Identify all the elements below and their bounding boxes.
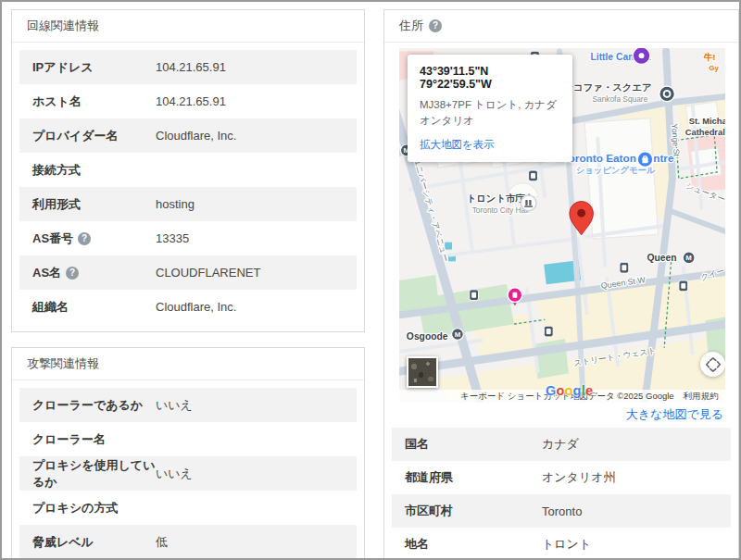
- attack-info-panel-title: 攻撃関連情報: [12, 348, 364, 380]
- row-value: 13335: [156, 231, 344, 245]
- row-value: Cloudflare, Inc.: [156, 300, 344, 314]
- metro-icon: M: [683, 252, 695, 264]
- enlarge-map-link[interactable]: 拡大地図を表示: [420, 138, 560, 152]
- row-value: オンタリオ州: [542, 469, 718, 486]
- table-row: 利用形式 hosting: [19, 187, 357, 221]
- city-hall-icon[interactable]: [521, 195, 536, 211]
- table-row: 都道府県 オンタリオ州: [392, 461, 731, 494]
- table-row: IPアドレス 104.21.65.91: [19, 50, 357, 84]
- row-label: プロバイダー名: [32, 128, 156, 144]
- view-larger-map-link[interactable]: 大きな地図で見る: [626, 407, 723, 421]
- line-info-panel-title: 回線関連情報: [12, 10, 364, 43]
- table-row: クローラーであるか いいえ: [19, 388, 357, 422]
- row-value: いいえ: [156, 397, 344, 414]
- poi-label-st-michaels-2: Cathedral Basilica: [685, 128, 725, 137]
- row-value: トロント: [542, 536, 718, 553]
- little-canada-icon[interactable]: [633, 48, 650, 64]
- right-column: 住所 ?: [383, 9, 739, 560]
- row-label: 国名: [405, 436, 542, 453]
- station-label-queen[interactable]: Queen: [647, 253, 676, 263]
- poi-label-sankofa-en: Sankofa Square: [592, 94, 647, 104]
- row-value: CLOUDFLARENET: [156, 266, 344, 280]
- row-label: クローラー名: [32, 431, 156, 448]
- poi-label-gyu: 牛!: [703, 52, 715, 62]
- table-row: クローラー名: [19, 422, 357, 456]
- table-row: 脅威レベル 低: [19, 525, 357, 559]
- help-icon[interactable]: ?: [429, 19, 442, 32]
- satellite-view-toggle[interactable]: [407, 356, 438, 388]
- table-row: 市区町村 Toronto: [392, 494, 731, 528]
- row-label: IPアドレス: [32, 59, 156, 76]
- table-row: 国名 カナダ: [392, 428, 731, 461]
- row-label: 利用形式: [32, 196, 156, 213]
- plus-code-address: MJ38+7PF トロント, カナダ オンタリオ: [420, 97, 560, 128]
- row-label: クローラーであるか: [32, 397, 156, 414]
- table-row: ホスト名 104.21.65.91: [19, 84, 357, 118]
- table-row: 組織名 Cloudflare, Inc.: [19, 290, 357, 324]
- table-row: AS番号 ? 13335: [19, 221, 357, 255]
- line-info-panel: 回線関連情報 IPアドレス 104.21.65.91 ホスト名 104.21.6…: [11, 9, 365, 332]
- line-info-table: IPアドレス 104.21.65.91 ホスト名 104.21.65.91 プロ…: [12, 43, 364, 331]
- sankofa-square-icon[interactable]: [659, 86, 675, 102]
- table-row: プロキシを使用しているか いいえ: [19, 456, 357, 491]
- poi-label-gyu-sub: Gy: [709, 64, 719, 72]
- google-map[interactable]: Dundas St W ユニバーシティ・アベニュー Yonge St Queen…: [399, 48, 725, 403]
- row-value: 104.21.65.91: [156, 94, 344, 108]
- poi-label-city-hall-en: Toronto City Hall: [472, 205, 529, 215]
- table-row: 地名 トロント: [392, 528, 731, 560]
- row-label: 地名: [405, 536, 542, 553]
- coordinates-text: 43°39'11.5"N 79°22'59.5"W: [420, 65, 560, 91]
- row-value: Cloudflare, Inc.: [156, 129, 344, 143]
- fullscreen-arrows-icon: [706, 357, 721, 372]
- row-value: 低: [156, 534, 344, 551]
- map-info-window: 43°39'11.5"N 79°22'59.5"W MJ38+7PF トロント,…: [408, 55, 572, 162]
- address-table: 国名 カナダ 都道府県 オンタリオ州 市区町村 Toronto 地名 トロント: [384, 425, 738, 560]
- eaton-centre-icon[interactable]: [637, 152, 653, 168]
- poi-label-st-michaels-1: St. Michael's: [689, 117, 725, 126]
- left-column: 回線関連情報 IPアドレス 104.21.65.91 ホスト名 104.21.6…: [11, 9, 365, 560]
- row-label: 都道府県: [405, 469, 542, 486]
- attack-info-table: クローラーであるか いいえ クローラー名 プロキシを使用しているか いいえ プロ…: [12, 380, 364, 560]
- row-label: 組織名: [32, 299, 156, 316]
- metro-icon: M: [452, 329, 464, 341]
- row-label: ホスト名: [32, 93, 156, 110]
- row-label: AS番号 ?: [32, 230, 156, 247]
- row-label: 市区町村: [405, 503, 542, 519]
- row-value: いいえ: [156, 466, 344, 482]
- table-row: プロバイダー名 Cloudflare, Inc.: [19, 118, 357, 153]
- table-row: AS名 ? CLOUDFLARENET: [19, 255, 357, 290]
- fullscreen-button[interactable]: [700, 352, 725, 377]
- google-logo[interactable]: Google: [546, 383, 593, 398]
- help-icon[interactable]: ?: [78, 232, 91, 245]
- row-value: Toronto: [542, 504, 718, 518]
- row-label: AS名 ?: [32, 265, 156, 281]
- table-row: 接続方式: [19, 153, 357, 187]
- row-value: hosting: [156, 197, 344, 211]
- terms-link[interactable]: 利用規約: [684, 391, 719, 403]
- station-label-osgoode[interactable]: Osgoode: [407, 331, 448, 342]
- row-label: 接続方式: [32, 162, 156, 179]
- help-icon[interactable]: ?: [66, 267, 79, 280]
- ip-lookup-page: { "panels": { "line": { "title": "回線関連情報…: [0, 0, 741, 560]
- view-larger-map-row: 大きな地図で見る: [384, 403, 738, 425]
- table-row: プロキシの方式: [19, 491, 357, 525]
- row-label: プロキシの方式: [32, 500, 156, 516]
- attack-info-panel: 攻撃関連情報 クローラーであるか いいえ クローラー名 プロキシを使用しているか…: [11, 347, 365, 560]
- svg-text:M: M: [685, 254, 692, 262]
- address-panel-title: 住所 ?: [384, 10, 738, 43]
- address-panel: 住所 ?: [383, 9, 739, 560]
- row-label: 脅威レベル: [32, 534, 156, 551]
- row-value: 104.21.65.91: [156, 60, 344, 74]
- svg-text:M: M: [455, 330, 461, 339]
- row-label: プロキシを使用しているか: [32, 457, 156, 491]
- row-value: カナダ: [542, 436, 718, 453]
